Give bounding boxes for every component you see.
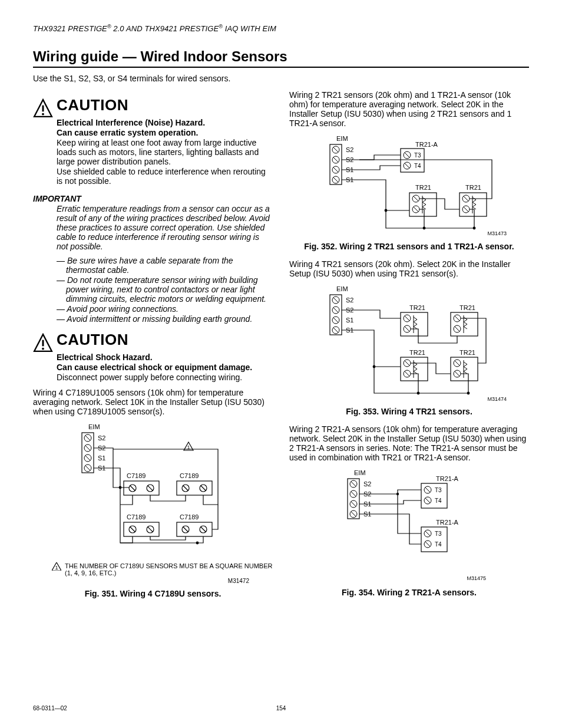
svg-line-97 — [333, 328, 338, 332]
svg-line-115 — [455, 316, 459, 321]
svg-line-35 — [201, 486, 206, 490]
caution-1-b2: Use shielded cable to reduce interferenc… — [57, 167, 273, 186]
svg-text:1: 1 — [55, 565, 58, 571]
svg-text:TR21: TR21 — [459, 304, 475, 311]
svg-line-95 — [333, 318, 338, 322]
svg-text:S2: S2 — [346, 146, 353, 153]
para-352: Wiring 2 TR21 sensors (20k ohm) and 1 TR… — [289, 90, 529, 128]
bullet-3: — Avoid intermittent or missing building… — [33, 314, 273, 324]
svg-line-59 — [333, 177, 338, 182]
fig-351-footnote-text: THE NUMBER OF C7189U SENSORS MUST BE A S… — [65, 562, 273, 577]
svg-text:S1: S1 — [98, 454, 105, 462]
svg-line-155 — [425, 531, 430, 536]
svg-text:S2: S2 — [363, 480, 371, 487]
svg-line-41 — [130, 527, 135, 532]
caution-1-body: Electrical Interference (Noise) Hazard. … — [57, 118, 273, 186]
svg-line-84 — [464, 196, 468, 201]
svg-line-15 — [85, 466, 90, 470]
triangle-1-icon: 1 — [52, 562, 61, 571]
reg-a: ® — [107, 24, 111, 29]
svg-rect-131 — [348, 479, 359, 519]
svg-line-13 — [85, 456, 90, 460]
svg-text:T4: T4 — [435, 498, 442, 504]
fig-354-caption: Fig. 354. Wiring 2 TR21-A sensors. — [289, 588, 529, 597]
svg-line-139 — [351, 512, 356, 516]
svg-text:T3: T3 — [414, 152, 421, 159]
svg-line-93 — [333, 308, 338, 312]
important-bullets: — Be sure wires have a cable separate fr… — [33, 256, 273, 324]
svg-rect-7 — [82, 433, 94, 473]
svg-text:TR21: TR21 — [409, 304, 425, 311]
hdr-mid: 2.0 AND THX9421 PRESTIGE — [111, 24, 219, 33]
warning-icon — [33, 333, 53, 353]
svg-text:EIM: EIM — [354, 469, 366, 476]
svg-text:T4: T4 — [414, 163, 421, 169]
svg-text:C7189: C7189 — [180, 472, 199, 479]
svg-text:TR21-A: TR21-A — [436, 475, 459, 482]
svg-line-45 — [183, 527, 188, 532]
svg-line-9 — [85, 436, 90, 440]
svg-line-82 — [414, 207, 418, 212]
caution-1: Caution — [33, 97, 273, 118]
warning-icon — [33, 98, 53, 118]
svg-line-135 — [351, 492, 356, 496]
svg-text:TR21: TR21 — [459, 349, 475, 356]
svg-line-123 — [455, 361, 459, 365]
page-footer: 68-0311—02 154 — [33, 705, 529, 711]
svg-point-22 — [118, 486, 121, 489]
caution-2: Caution — [33, 332, 273, 353]
svg-text:S2: S2 — [98, 434, 105, 442]
svg-text:C7189: C7189 — [127, 513, 146, 521]
left-column: Caution Electrical Interference (Noise) … — [33, 90, 273, 607]
fig-351-mnum: M31472 — [33, 578, 273, 584]
caution-2-b1: Disconnect power supply before connectin… — [57, 373, 273, 382]
svg-line-133 — [351, 482, 356, 486]
svg-line-147 — [425, 487, 430, 492]
hdr-a: THX9321 PRESTIGE — [33, 24, 107, 33]
caution-2-heading: Caution — [57, 332, 128, 347]
svg-line-80 — [414, 196, 418, 201]
hdr-tail: IAQ WITH EIM — [223, 24, 276, 33]
svg-line-157 — [425, 542, 430, 546]
para-353: Wiring 4 TR21 sensors (20k ohm). Select … — [289, 259, 529, 278]
fig-352-svg: EIM S2 S2 S1 S1 TR21-A T3 T4 — [303, 134, 515, 237]
bullet-1: — Do not route temperature sensor wiring… — [33, 275, 273, 304]
svg-line-113 — [405, 327, 409, 331]
svg-point-2 — [42, 113, 44, 116]
caution-1-line1: Electrical Interference (Noise) Hazard. — [57, 118, 273, 127]
reg-b: ® — [219, 24, 223, 29]
bullet-2: — Avoid poor wiring connections. — [33, 304, 273, 314]
caution-2-line2: Can cause electrical shock or equipment … — [57, 363, 273, 372]
svg-text:S1: S1 — [346, 317, 353, 324]
svg-rect-89 — [330, 295, 342, 335]
svg-line-119 — [405, 361, 409, 365]
svg-line-117 — [455, 327, 459, 331]
fig-353-caption: Fig. 353. Wiring 4 TR21 sensors. — [289, 407, 529, 416]
svg-text:T4: T4 — [435, 541, 442, 548]
important-text: Erratic temperature readings from a sens… — [57, 204, 273, 251]
svg-line-86 — [464, 207, 468, 212]
fig-354-svg: EIM S2 S2 S1 S1 TR21-A T3 T4 — [321, 468, 498, 583]
svg-line-33 — [183, 486, 188, 490]
svg-line-149 — [425, 498, 430, 503]
fig-351-footnote: 1 THE NUMBER OF C7189U SENSORS MUST BE A… — [52, 562, 273, 577]
svg-line-47 — [201, 527, 206, 532]
svg-text:C7189: C7189 — [127, 472, 146, 479]
svg-text:M31475: M31475 — [467, 575, 486, 581]
svg-text:T3: T3 — [435, 487, 442, 493]
svg-line-57 — [333, 167, 338, 172]
svg-text:T3: T3 — [435, 531, 442, 537]
intro-text: Use the S1, S2, S3, or S4 terminals for … — [33, 74, 529, 83]
important-body: Erratic temperature readings from a sens… — [57, 204, 273, 251]
svg-line-53 — [333, 147, 338, 152]
svg-text:EIM: EIM — [336, 135, 348, 142]
fig-352-caption: Fig. 352. Wiring 2 TR21 sensors and 1 TR… — [289, 242, 529, 251]
svg-line-121 — [405, 371, 409, 376]
fig-351-svg: EIM S2 S2 S1 S1 1 — [53, 422, 253, 558]
important-heading: IMPORTANT — [33, 194, 273, 203]
svg-line-69 — [405, 163, 409, 168]
svg-text:C7189: C7189 — [180, 513, 199, 521]
caution-2-line1: Electrical Shock Hazard. — [57, 353, 273, 362]
fig-353-svg: EIM S2 S2 S1 S1 TR21 TR21 TR21 TR21 — [303, 284, 515, 402]
page-number: 154 — [276, 705, 286, 711]
